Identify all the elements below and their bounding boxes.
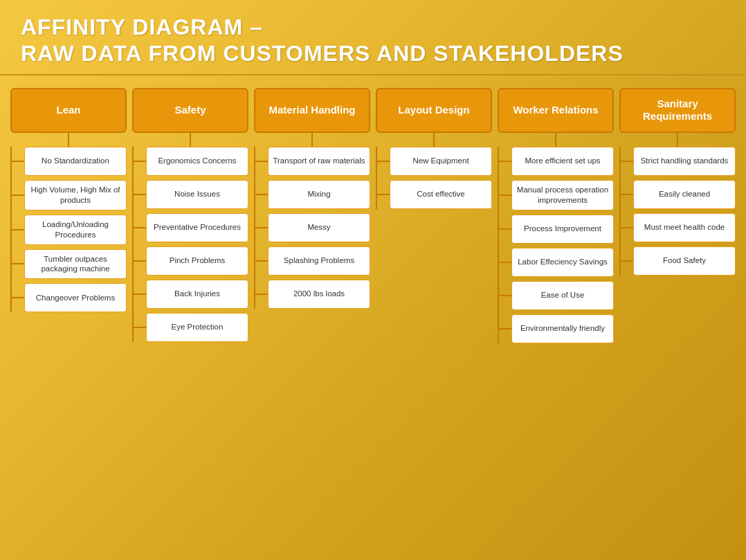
item-row-safety-4: Back Injuries [134,280,248,309]
item-box-material-handling-0: Transport of raw materials [268,147,370,176]
horiz-tick-sanitary-requirements-2 [621,227,633,228]
item-box-safety-4: Back Injuries [146,280,248,309]
item-row-sanitary-requirements-0: Strict handling standards [621,147,736,176]
item-box-material-handling-2: Messy [268,213,370,242]
col-header-worker-relations: Worker Relations [498,88,614,133]
column-material-handling: Material HandlingTransport of raw materi… [254,88,370,309]
item-row-material-handling-2: Messy [255,213,370,242]
item-box-material-handling-1: Mixing [268,180,370,209]
column-sanitary-requirements: Sanitary RequirementsStrict handling sta… [619,88,736,276]
horiz-tick-sanitary-requirements-3 [621,260,633,262]
branches-layout-design: New EquipmentCost effective [376,147,492,209]
col-header-sanitary-requirements: Sanitary Requirements [619,88,736,133]
item-row-worker-relations-3: Labor Effeciency Savings [499,248,614,277]
branches-worker-relations: More efficient set upsManual process ope… [498,147,614,343]
col-header-safety: Safety [132,88,248,133]
item-row-safety-1: Noise Issues [134,180,248,209]
item-row-worker-relations-1: Manual process operation improvements [499,180,614,210]
item-box-worker-relations-0: More efficient set ups [511,147,614,176]
item-row-safety-0: Ergonomics Concerns [134,147,248,176]
branches-lean: No StandardizationHigh Volume, High Mix … [10,147,127,313]
horiz-tick-material-handling-3 [255,260,268,262]
horiz-tick-lean-2 [12,229,24,231]
item-box-safety-0: Ergonomics Concerns [146,147,248,176]
item-box-material-handling-3: Splashing Problems [268,246,370,276]
title-line2: RAW DATA FROM CUSTOMERS AND STAKEHOLDERS [21,40,725,66]
item-box-worker-relations-4: Ease of Use [511,281,614,310]
item-row-worker-relations-2: Process Improvement [499,215,614,244]
horiz-tick-worker-relations-2 [499,228,511,230]
items-list-material-handling: Transport of raw materialsMixingMessySpl… [255,147,370,309]
item-row-worker-relations-0: More efficient set ups [499,147,614,176]
item-box-safety-2: Preventative Procedures [146,213,248,242]
item-box-layout-design-1: Cost effective [390,180,492,209]
horiz-tick-lean-1 [12,195,24,196]
column-safety: SafetyErgonomics ConcernsNoise IssuesPre… [132,88,248,342]
top-connector-worker-relations [555,133,556,147]
horiz-tick-lean-3 [12,263,24,264]
top-connector-lean [68,133,69,147]
item-box-safety-1: Noise Issues [146,180,248,209]
top-connector-sanitary-requirements [677,133,678,147]
item-row-lean-1: High Volume, High Mix of products [12,180,127,210]
top-connector-layout-design [433,133,435,147]
diagram-area: LeanNo StandardizationHigh Volume, High … [0,81,746,350]
item-box-worker-relations-5: Environmentally friendly [511,314,614,343]
horiz-tick-sanitary-requirements-1 [621,194,633,195]
horiz-tick-worker-relations-4 [499,295,511,296]
horiz-tick-worker-relations-3 [499,262,511,263]
column-lean: LeanNo StandardizationHigh Volume, High … [10,88,127,313]
item-row-safety-5: Eye Protection [134,313,248,342]
item-box-worker-relations-1: Manual process operation improvements [511,180,614,210]
item-row-sanitary-requirements-2: Must meet health code [621,213,736,242]
items-list-safety: Ergonomics ConcernsNoise IssuesPreventat… [134,147,248,342]
item-row-sanitary-requirements-3: Food Safety [621,246,736,276]
item-row-sanitary-requirements-1: Easily cleaned [621,180,736,209]
item-box-lean-2: Loading/Unloading Procedures [24,215,127,245]
horiz-tick-lean-4 [12,297,24,298]
item-row-worker-relations-5: Environmentally friendly [499,314,614,343]
horiz-tick-safety-5 [134,327,146,328]
item-box-safety-3: Pinch Problems [146,246,248,276]
horiz-tick-material-handling-0 [255,161,268,162]
item-row-material-handling-3: Splashing Problems [255,246,370,276]
top-connector-material-handling [311,133,313,147]
horiz-tick-safety-3 [134,260,146,262]
horiz-tick-material-handling-4 [255,293,268,295]
horiz-tick-material-handling-1 [255,194,268,195]
item-box-sanitary-requirements-0: Strict handling standards [633,147,736,176]
item-row-lean-3: Tumbler outpaces packaging machine [12,249,127,280]
item-row-layout-design-0: New Equipment [377,147,492,176]
horiz-tick-worker-relations-1 [499,195,511,196]
item-row-material-handling-0: Transport of raw materials [255,147,370,176]
item-box-sanitary-requirements-2: Must meet health code [633,213,736,242]
item-box-material-handling-4: 2000 lbs loads [268,280,370,309]
column-layout-design: Layout DesignNew EquipmentCost effective [376,88,492,209]
horiz-tick-lean-0 [12,161,24,162]
item-box-lean-4: Changeover Problems [24,283,127,312]
item-row-safety-2: Preventative Procedures [134,213,248,242]
item-box-safety-5: Eye Protection [146,313,248,342]
branches-sanitary-requirements: Strict handling standardsEasily cleanedM… [619,147,736,276]
top-connector-safety [190,133,191,147]
item-row-layout-design-1: Cost effective [377,180,492,209]
item-box-lean-3: Tumbler outpaces packaging machine [24,249,127,280]
horiz-tick-worker-relations-0 [499,161,511,162]
item-box-sanitary-requirements-3: Food Safety [633,246,736,276]
horiz-tick-worker-relations-5 [499,328,511,329]
horiz-tick-safety-4 [134,293,146,295]
item-row-safety-3: Pinch Problems [134,246,248,276]
items-list-layout-design: New EquipmentCost effective [377,147,492,209]
title-line1: AFFINITY DIAGRAM – [21,14,725,40]
item-box-lean-1: High Volume, High Mix of products [24,180,127,210]
items-list-worker-relations: More efficient set upsManual process ope… [499,147,614,343]
item-row-worker-relations-4: Ease of Use [499,281,614,310]
header: AFFINITY DIAGRAM – RAW DATA FROM CUSTOME… [0,0,746,75]
item-row-lean-4: Changeover Problems [12,283,127,312]
items-list-lean: No StandardizationHigh Volume, High Mix … [12,147,127,313]
horiz-tick-sanitary-requirements-0 [621,161,633,162]
item-box-worker-relations-3: Labor Effeciency Savings [511,248,614,277]
horiz-tick-safety-0 [134,161,146,162]
item-row-material-handling-1: Mixing [255,180,370,209]
horiz-tick-safety-2 [134,227,146,228]
